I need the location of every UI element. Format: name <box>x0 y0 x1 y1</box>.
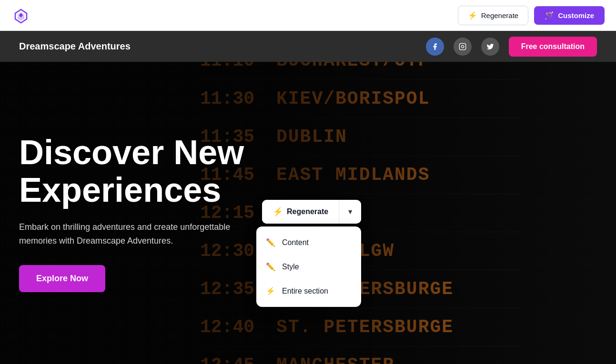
wand-icon: 🪄 <box>545 11 554 20</box>
chevron-down-icon: ▼ <box>347 208 353 216</box>
regen-btn-group: ⚡ Regenerate ▼ <box>262 200 361 224</box>
explore-label: Explore Now <box>36 274 88 283</box>
site-nav: Dreamscape Adventures Free consultation <box>0 31 616 62</box>
consultation-button[interactable]: Free consultation <box>509 37 597 57</box>
twitter-icon[interactable] <box>481 38 499 56</box>
dropdown-content-label: Content <box>282 238 309 247</box>
hero-content: Discover New Experiences Embark on thril… <box>0 62 267 364</box>
regen-floating: ⚡ Regenerate ▼ ✏️ Content ✏️ Style ⚡ Ent… <box>262 200 361 224</box>
consultation-label: Free consultation <box>521 42 585 50</box>
regen-floating-label: Regenerate <box>287 207 328 216</box>
site-nav-right: Free consultation <box>426 37 597 57</box>
dropdown-item-content[interactable]: ✏️ Content <box>256 230 361 255</box>
instagram-icon[interactable] <box>454 38 472 56</box>
toolbar-actions: ⚡ Regenerate 🪄 Customize <box>458 6 605 25</box>
regen-main-button[interactable]: ⚡ Regenerate <box>262 200 339 224</box>
regen-chevron-button[interactable]: ▼ <box>339 201 361 222</box>
customize-button[interactable]: 🪄 Customize <box>534 6 605 25</box>
hero-section: 11:10 BUCHAREST/OTP 11:30 KIEV/BORISPOL … <box>0 62 616 364</box>
dropdown-style-label: Style <box>282 263 299 271</box>
dropdown-item-style[interactable]: ✏️ Style <box>256 255 361 279</box>
hero-subtitle: Embark on thrilling adventures and creat… <box>19 220 248 248</box>
brush-icon: ✏️ <box>266 262 275 271</box>
app-logo <box>11 6 30 25</box>
hero-title: Discover New Experiences <box>19 134 248 209</box>
section-bolt-icon: ⚡ <box>266 286 275 295</box>
customize-label: Customize <box>558 11 594 20</box>
regenerate-label: Regenerate <box>481 11 518 20</box>
hero-title-line1: Discover New <box>19 133 244 171</box>
explore-now-button[interactable]: Explore Now <box>19 265 105 292</box>
toolbar: ⚡ Regenerate 🪄 Customize <box>0 0 616 31</box>
lightning-icon: ⚡ <box>468 11 477 20</box>
dropdown-item-section[interactable]: ⚡ Entire section <box>256 279 361 303</box>
svg-rect-0 <box>459 43 465 49</box>
bolt-icon: ⚡ <box>273 207 283 217</box>
facebook-icon[interactable] <box>426 38 444 56</box>
hero-title-line2: Experiences <box>19 171 221 209</box>
regenerate-button[interactable]: ⚡ Regenerate <box>458 6 528 25</box>
site-brand: Dreamscape Adventures <box>19 41 131 52</box>
dropdown-menu: ✏️ Content ✏️ Style ⚡ Entire section <box>256 226 361 307</box>
dropdown-section-label: Entire section <box>282 287 328 295</box>
pencil-icon: ✏️ <box>266 238 275 247</box>
